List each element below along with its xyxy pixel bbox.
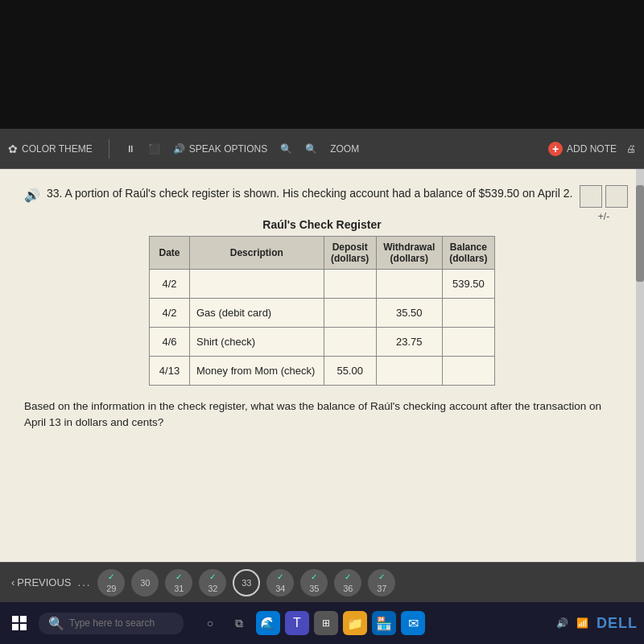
nav-btn-30[interactable]: 30 (131, 569, 159, 597)
pause-btn[interactable]: ⏸ (126, 143, 135, 155)
nav-num-36: 36 (343, 584, 353, 593)
windows-icon (12, 616, 27, 630)
print-icon: 🖨 (626, 143, 636, 155)
color-theme-label: COLOR THEME (22, 143, 93, 155)
nav-btn-34[interactable]: ✓ 34 (266, 569, 294, 597)
add-note-btn[interactable]: + ADD NOTE (548, 142, 617, 156)
nav-btn-32[interactable]: ✓ 32 (199, 569, 226, 597)
teams-icon[interactable]: T (285, 611, 309, 635)
col-description: Description (190, 237, 324, 270)
grid-icon[interactable]: ⊞ (314, 611, 338, 635)
zoom-label: ZOOM (330, 143, 359, 155)
nav-btn-33[interactable]: 33 (233, 569, 260, 597)
deposit-cell (324, 270, 376, 299)
nav-btn-31[interactable]: ✓ 31 (165, 569, 192, 597)
date-cell: 4/2 (150, 270, 190, 299)
withdrawal-cell: 23.75 (376, 328, 442, 357)
screen: ✿ COLOR THEME ⏸ ⬛ 🔊 SPEAK OPTIONS 🔍 🔍 ZO… (0, 0, 644, 644)
taskbar-sound-icon[interactable]: 🔊 (556, 617, 568, 629)
toolbar-right: + ADD NOTE 🖨 (548, 142, 636, 156)
table-title: Raúl's Check Register (262, 218, 381, 231)
speaker-icon: 🔊 (24, 186, 40, 205)
dell-brand: DELL (597, 615, 638, 632)
content-panel: 🔊 33. A portion of Raúl's check register… (0, 169, 644, 562)
scroll-indicator[interactable] (636, 169, 644, 562)
nav-num-29: 29 (106, 584, 116, 593)
start-button[interactable] (6, 610, 32, 636)
check-icon-34: ✓ (277, 572, 283, 581)
question-header: 🔊 33. A portion of Raúl's check register… (24, 185, 620, 205)
desc-cell: Gas (debit card) (190, 299, 324, 328)
store-icon[interactable]: 🏪 (372, 611, 396, 635)
nav-btn-35[interactable]: ✓ 35 (300, 569, 328, 597)
scroll-thumb (636, 185, 644, 282)
nav-num-34: 34 (275, 584, 285, 593)
add-note-label: ADD NOTE (567, 143, 617, 155)
speak-label: SPEAK OPTIONS (189, 143, 267, 155)
table-row: 4/2 539.50 (150, 270, 495, 299)
date-cell: 4/6 (150, 328, 190, 357)
taskbar-icons: ○ ⧉ 🌊 T ⊞ 📁 🏪 ✉ (198, 611, 425, 635)
nav-num-32: 32 (208, 584, 217, 593)
answer-box-2[interactable] (605, 185, 628, 208)
zoom-out-btn[interactable]: 🔍 (280, 143, 292, 155)
nav-num-30: 30 (140, 578, 150, 588)
search-input[interactable] (69, 617, 174, 629)
color-theme-icon: ✿ (8, 142, 18, 155)
nav-btn-36[interactable]: ✓ 36 (334, 569, 361, 597)
search-icon: 🔍 (48, 616, 64, 631)
add-note-icon: + (548, 142, 563, 156)
table-row: 4/2 Gas (debit card) 35.50 (150, 299, 495, 328)
zoom-out-icon: 🔍 (280, 143, 292, 155)
zoom-in-btn[interactable]: 🔍 (305, 143, 317, 155)
withdrawal-cell (376, 357, 442, 386)
question-number: 33. (47, 187, 62, 200)
withdrawal-cell: 35.50 (376, 299, 442, 328)
nav-num-33: 33 (242, 578, 251, 588)
speak-options-btn[interactable]: 🔊 SPEAK OPTIONS (173, 143, 267, 155)
date-cell: 4/2 (150, 299, 190, 328)
balance-cell (442, 357, 494, 386)
cortana-icon[interactable]: ○ (198, 611, 222, 635)
question-text: 33. A portion of Raúl's check register i… (47, 185, 572, 202)
color-theme-btn[interactable]: ✿ COLOR THEME (8, 142, 93, 155)
register-table: Date Description Deposit(dollars) Withdr… (149, 236, 495, 386)
taskbar-wifi-icon[interactable]: 📶 (576, 617, 588, 629)
taskbar-search[interactable]: 🔍 (39, 613, 184, 634)
answer-box-1[interactable] (580, 185, 602, 208)
taskbar: 🔍 ○ ⧉ 🌊 T ⊞ 📁 🏪 ✉ 🔊 📶 DELL (0, 602, 644, 644)
nav-btn-37[interactable]: ✓ 37 (368, 569, 395, 597)
nav-btn-29[interactable]: ✓ 29 (97, 569, 125, 597)
deposit-cell (324, 328, 376, 357)
print-btn[interactable]: 🖨 (626, 143, 636, 155)
toolbar: ✿ COLOR THEME ⏸ ⬛ 🔊 SPEAK OPTIONS 🔍 🔍 ZO… (0, 129, 644, 169)
followup-text: Based on the information in the check re… (24, 398, 620, 431)
mail-icon[interactable]: ✉ (401, 611, 425, 635)
zoom-in-icon: 🔍 (305, 143, 317, 155)
stop-btn[interactable]: ⬛ (148, 143, 160, 155)
task-view-icon[interactable]: ⧉ (227, 611, 251, 635)
col-withdrawal: Withdrawal(dollars) (376, 237, 442, 270)
col-balance: Balance(dollars) (442, 237, 494, 270)
deposit-cell: 55.00 (324, 357, 376, 386)
desc-cell: Money from Mom (check) (190, 357, 324, 386)
col-date: Date (150, 237, 190, 270)
table-container: Raúl's Check Register Date Description D… (24, 218, 620, 386)
zoom-label-item: ZOOM (330, 143, 359, 155)
nav-num-35: 35 (309, 584, 319, 593)
answer-label: +/- (598, 211, 609, 222)
edge-icon[interactable]: 🌊 (256, 611, 280, 635)
check-icon-32: ✓ (209, 572, 216, 581)
balance-cell: 539.50 (442, 270, 494, 299)
check-icon-29: ✓ (108, 572, 114, 581)
deposit-cell (324, 299, 376, 328)
balance-cell (442, 299, 494, 328)
prev-btn[interactable]: ‹ PREVIOUS (11, 576, 72, 588)
answer-area: +/- (580, 185, 628, 222)
balance-cell (442, 328, 494, 357)
speak-icon: 🔊 (173, 143, 185, 155)
prev-label: PREVIOUS (17, 576, 71, 588)
main-area: ✿ COLOR THEME ⏸ ⬛ 🔊 SPEAK OPTIONS 🔍 🔍 ZO… (0, 129, 644, 602)
files-icon[interactable]: 📁 (343, 611, 367, 635)
check-icon-37: ✓ (378, 572, 385, 581)
